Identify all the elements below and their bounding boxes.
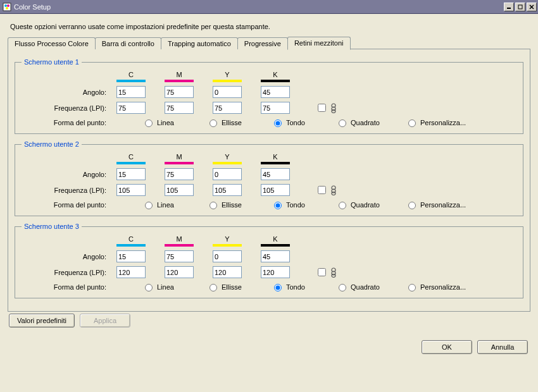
svg-point-16 — [332, 274, 335, 277]
angle-input-m[interactable] — [165, 168, 194, 180]
dotshape-option-line[interactable]: Linea — [142, 118, 187, 127]
dotshape-option-custom[interactable]: Personalizza... — [405, 282, 481, 291]
dotshape-radio-line[interactable] — [145, 119, 153, 127]
dotshape-radio-label: Quadrato — [351, 201, 380, 209]
dotshape-radio-line[interactable] — [145, 202, 153, 209]
dotshape-option-ellipse[interactable]: Ellisse — [206, 200, 252, 209]
link-frequency-checkbox[interactable] — [318, 186, 326, 194]
dotshape-radio-round[interactable] — [274, 119, 282, 127]
dotshape-radio-round[interactable] — [274, 202, 282, 209]
dotshape-radio-label: Ellisse — [222, 201, 242, 209]
titlebar: Color Setup — [0, 0, 538, 14]
angle-input-c[interactable] — [116, 168, 146, 180]
frequency-label: Frequenza (LPI): — [22, 187, 110, 194]
tab-panel: Schermo utente 1CMYKAngolo:Frequenza (LP… — [8, 49, 530, 312]
svg-point-1 — [4, 4, 7, 7]
frequency-input-c[interactable] — [116, 184, 146, 196]
dotshape-radio-label: Ellisse — [222, 119, 242, 126]
angle-input-k[interactable] — [261, 250, 290, 262]
column-header-m: M — [165, 71, 194, 78]
frequency-input-k[interactable] — [261, 266, 290, 278]
dotshape-radio-label: Quadrato — [351, 119, 380, 126]
svg-point-10 — [332, 109, 335, 113]
window-title: Color Setup — [14, 3, 51, 11]
dotshape-radio-square[interactable] — [339, 202, 346, 209]
dotshape-radio-custom[interactable] — [408, 284, 416, 291]
dotshape-option-round[interactable]: Tondo — [271, 118, 316, 127]
column-header-k: K — [261, 235, 290, 243]
tab-progressive[interactable]: Progressive — [237, 37, 288, 49]
dotshape-radio-label: Linea — [157, 119, 174, 126]
dotshape-option-custom[interactable]: Personalizza... — [405, 118, 481, 127]
angle-input-k[interactable] — [261, 168, 290, 180]
dotshape-option-square[interactable]: Quadrato — [335, 282, 386, 291]
tab-retini-mezzitoni[interactable]: Retini mezzitoni — [287, 37, 351, 50]
dotshape-radio-label: Personalizza... — [420, 119, 466, 126]
angle-input-k[interactable] — [261, 86, 290, 98]
tab-flusso-processo-colore[interactable]: Flusso Processo Colore — [8, 37, 96, 49]
frequency-input-k[interactable] — [261, 102, 290, 114]
link-frequency-checkbox[interactable] — [318, 268, 326, 276]
frequency-input-m[interactable] — [165, 102, 194, 114]
dotshape-option-ellipse[interactable]: Ellisse — [206, 282, 252, 291]
dotshape-option-square[interactable]: Quadrato — [335, 118, 386, 127]
ok-button[interactable]: OK — [422, 340, 472, 354]
column-header-y: Y — [213, 71, 242, 78]
color-bar-c — [116, 80, 146, 82]
angle-input-m[interactable] — [165, 86, 194, 98]
dotshape-radio-round[interactable] — [274, 284, 282, 291]
dotshape-option-line[interactable]: Linea — [142, 200, 187, 209]
close-button[interactable] — [527, 3, 537, 11]
angle-input-c[interactable] — [116, 250, 146, 262]
dotshape-radio-ellipse[interactable] — [210, 284, 217, 291]
angle-input-y[interactable] — [213, 250, 242, 262]
column-header-y: Y — [213, 235, 242, 243]
frequency-input-c[interactable] — [116, 102, 146, 114]
cancel-button[interactable]: Annulla — [477, 340, 528, 354]
apply-button[interactable]: Applica — [80, 314, 130, 328]
defaults-button[interactable]: Valori predefiniti — [9, 314, 75, 328]
dotshape-label: Forma del punto: — [22, 119, 110, 126]
angle-label: Angolo: — [22, 89, 110, 96]
angle-input-c[interactable] — [116, 86, 146, 98]
chain-icon — [330, 185, 337, 195]
dotshape-radio-label: Tondo — [286, 201, 305, 209]
angle-input-y[interactable] — [213, 86, 242, 98]
angle-input-m[interactable] — [165, 250, 194, 262]
dotshape-option-custom[interactable]: Personalizza... — [405, 200, 481, 209]
dotshape-radio-ellipse[interactable] — [210, 202, 217, 209]
link-frequency-checkbox[interactable] — [318, 104, 326, 112]
frequency-input-y[interactable] — [213, 266, 242, 278]
frequency-input-m[interactable] — [165, 184, 194, 196]
dotshape-radio-label: Linea — [157, 201, 174, 209]
frequency-input-y[interactable] — [213, 184, 242, 196]
angle-input-y[interactable] — [213, 168, 242, 180]
frequency-input-k[interactable] — [261, 184, 290, 196]
frequency-input-c[interactable] — [116, 266, 146, 278]
dotshape-option-ellipse[interactable]: Ellisse — [206, 118, 252, 127]
maximize-button[interactable] — [515, 3, 525, 11]
tab-trapping-automatico[interactable]: Trapping automatico — [161, 37, 238, 49]
color-bar-m — [165, 162, 194, 164]
frequency-input-m[interactable] — [165, 266, 194, 278]
dotshape-radio-ellipse[interactable] — [210, 119, 217, 127]
column-header-c: C — [116, 235, 146, 243]
dotshape-radio-line[interactable] — [145, 284, 153, 291]
dotshape-radio-custom[interactable] — [408, 202, 416, 209]
color-bar-c — [116, 244, 146, 247]
dotshape-option-round[interactable]: Tondo — [271, 200, 316, 209]
frequency-input-y[interactable] — [213, 102, 242, 114]
minimize-button[interactable] — [504, 3, 514, 11]
dotshape-radio-square[interactable] — [339, 119, 346, 127]
dotshape-radio-label: Tondo — [286, 283, 305, 291]
dotshape-radio-square[interactable] — [339, 284, 346, 291]
dotshape-option-square[interactable]: Quadrato — [335, 200, 386, 209]
dotshape-option-round[interactable]: Tondo — [271, 282, 316, 291]
screen-group-title: Schermo utente 2 — [22, 140, 82, 148]
chain-icon — [330, 267, 337, 278]
dotshape-option-line[interactable]: Linea — [142, 282, 187, 291]
dotshape-label: Forma del punto: — [22, 201, 110, 209]
svg-point-3 — [6, 7, 8, 9]
tab-barra-di-controllo[interactable]: Barra di controllo — [95, 37, 161, 49]
dotshape-radio-custom[interactable] — [408, 119, 416, 127]
